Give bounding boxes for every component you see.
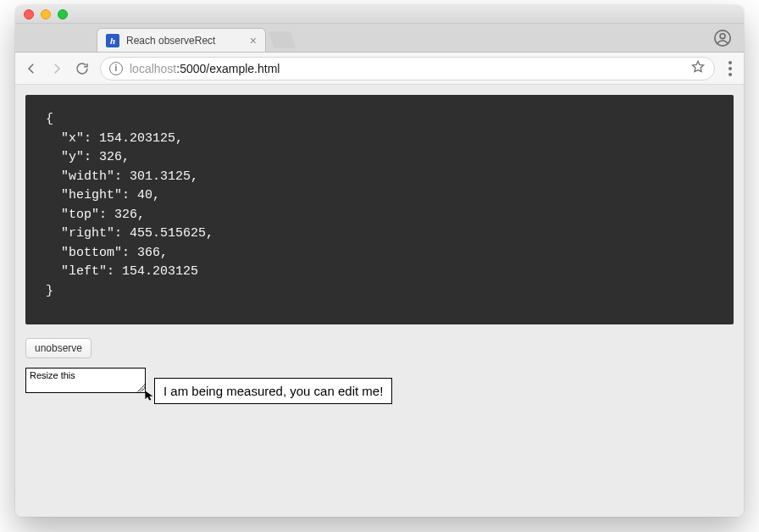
browser-menu-button[interactable] <box>725 61 735 76</box>
url-text: localhost:5000/example.html <box>130 62 280 75</box>
tab-strip: h Reach observeRect × <box>15 24 744 53</box>
window-zoom-button[interactable] <box>58 9 68 19</box>
browser-tab[interactable]: h Reach observeRect × <box>97 28 266 52</box>
address-bar[interactable]: i localhost:5000/example.html <box>100 57 715 80</box>
page-viewport: { "x": 154.203125, "y": 326, "width": 30… <box>15 85 744 517</box>
rect-output-panel: { "x": 154.203125, "y": 326, "width": 30… <box>25 95 734 324</box>
url-host: localhost <box>130 62 176 75</box>
url-path: :5000/example.html <box>176 62 280 75</box>
window-minimize-button[interactable] <box>41 9 51 19</box>
bookmark-star-icon[interactable] <box>690 59 706 77</box>
browser-window: h Reach observeRect × i loc <box>15 5 744 517</box>
svg-point-1 <box>720 34 725 39</box>
window-titlebar <box>15 5 744 24</box>
new-tab-button[interactable] <box>269 31 296 48</box>
tab-title: Reach observeRect <box>126 35 215 47</box>
tab-favicon-icon: h <box>106 34 119 47</box>
profile-avatar-icon[interactable] <box>713 29 732 47</box>
browser-toolbar: i localhost:5000/example.html <box>15 53 744 85</box>
back-button[interactable] <box>24 61 39 76</box>
resize-textarea[interactable]: Resize this <box>25 368 146 393</box>
site-info-icon[interactable]: i <box>109 62 123 75</box>
unobserve-button[interactable]: unobserve <box>25 338 91 358</box>
tab-close-button[interactable]: × <box>250 35 257 47</box>
forward-button[interactable] <box>49 61 64 76</box>
reload-button[interactable] <box>75 61 90 76</box>
measured-editable-box[interactable]: I am being measured, you can edit me! <box>154 378 392 404</box>
window-close-button[interactable] <box>24 9 34 19</box>
window-traffic-lights <box>24 9 68 19</box>
